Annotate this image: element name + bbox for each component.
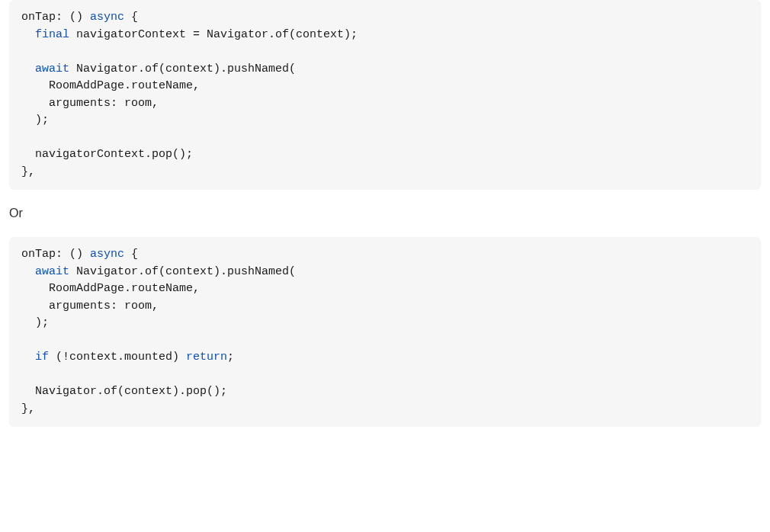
code-text: }, (21, 165, 35, 178)
separator-or: Or (0, 190, 770, 237)
code-text: Navigator.of(context).pushNamed( (69, 62, 296, 75)
keyword-async: async (90, 11, 124, 24)
code-text (21, 265, 35, 278)
code-text (21, 351, 35, 364)
code-text: RoomAddPage.routeName, (21, 79, 200, 92)
code-block-1: onTap: () async { final navigatorContext… (9, 0, 761, 190)
code-text: (!context.mounted) (49, 351, 186, 364)
code-text: navigatorContext = Navigator.of(context)… (69, 28, 358, 41)
keyword-await: await (35, 62, 69, 75)
code-text: arguments: room, (21, 300, 159, 312)
code-text: Navigator.of(context).pushNamed( (69, 265, 296, 278)
code-text: }, (21, 402, 35, 415)
code-text: { (124, 11, 138, 24)
code-text: arguments: room, (21, 97, 159, 110)
keyword-await: await (35, 265, 69, 278)
code-text (21, 28, 35, 41)
code-text (21, 62, 35, 75)
keyword-return: return (186, 351, 227, 364)
code-block-2: onTap: () async { await Navigator.of(con… (9, 237, 761, 427)
code-text: onTap: () (21, 248, 90, 261)
keyword-async: async (90, 248, 124, 261)
code-text: RoomAddPage.routeName, (21, 282, 200, 295)
code-text: navigatorContext.pop(); (21, 148, 193, 161)
code-text: ; (227, 351, 234, 364)
keyword-if: if (35, 351, 49, 364)
code-text: ); (21, 114, 49, 127)
code-text: onTap: () (21, 11, 90, 24)
code-text: Navigator.of(context).pop(); (21, 385, 227, 398)
code-text: { (124, 248, 138, 261)
code-text: ); (21, 316, 49, 329)
keyword-final: final (35, 28, 69, 41)
